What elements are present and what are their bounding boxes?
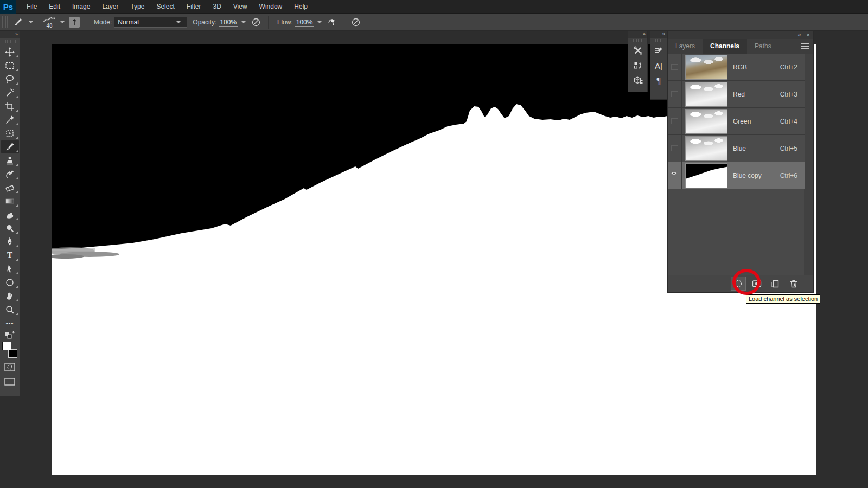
eyedropper-tool[interactable]	[1, 113, 19, 126]
pressure-opacity-icon	[251, 17, 262, 28]
collapse-panel-icon[interactable]: «	[797, 31, 801, 38]
eye-empty-well	[671, 64, 678, 70]
menu-layer[interactable]: Layer	[96, 0, 124, 14]
eye-empty-well	[671, 145, 678, 151]
visibility-toggle[interactable]	[668, 135, 682, 162]
brush-tool[interactable]	[1, 140, 19, 153]
toggle-brush-panel-button[interactable]	[69, 17, 80, 28]
menu-help[interactable]: Help	[288, 0, 314, 14]
visibility-toggle[interactable]	[668, 54, 682, 80]
channel-row-green[interactable]: GreenCtrl+4	[668, 108, 805, 135]
healing-brush-tool[interactable]	[1, 126, 19, 140]
dock-expand-button[interactable]: »	[650, 31, 667, 38]
channel-row-blue-copy[interactable]: Blue copyCtrl+6	[668, 162, 805, 189]
eraser-tool[interactable]	[1, 181, 19, 194]
tool-presets-panel-button[interactable]	[630, 43, 646, 58]
lasso-tool[interactable]	[1, 72, 19, 86]
hand-tool[interactable]	[1, 289, 19, 303]
menu-type[interactable]: Type	[124, 0, 150, 14]
visibility-toggle[interactable]	[668, 108, 682, 134]
flow-value[interactable]: 100%	[295, 18, 314, 27]
airbrush-button[interactable]	[326, 16, 339, 29]
clone-stamp-tool[interactable]	[1, 153, 19, 167]
channel-thumbnail	[685, 82, 727, 107]
eye-empty-well	[671, 118, 678, 124]
dock-expand-button[interactable]: »	[628, 31, 647, 38]
path-selection-tool[interactable]	[1, 262, 19, 275]
collapsed-panel-dock-1: »	[628, 30, 648, 92]
screen-mode-button[interactable]	[1, 375, 19, 388]
channel-thumbnail	[685, 55, 727, 80]
separator	[344, 16, 344, 29]
smudge-tool[interactable]	[1, 208, 19, 221]
tab-layers[interactable]: Layers	[668, 39, 703, 54]
pen-tool[interactable]	[1, 235, 19, 248]
channel-row-red[interactable]: RedCtrl+3	[668, 81, 805, 108]
photoshop-window: Ps FileEditImageLayerTypeSelectFilter3DV…	[0, 0, 868, 488]
opacity-value[interactable]: 100%	[219, 18, 238, 27]
airbrush-icon	[327, 17, 339, 28]
save-mask-button[interactable]	[749, 277, 764, 291]
menu-edit[interactable]: Edit	[43, 0, 66, 14]
opacity-pressure-button[interactable]	[250, 16, 263, 29]
tools-collapse-button[interactable]: »	[0, 31, 20, 38]
menu-filter[interactable]: Filter	[181, 0, 207, 14]
menu-3d[interactable]: 3D	[207, 0, 227, 14]
load-selection-button[interactable]	[731, 277, 746, 291]
type-tool[interactable]: T	[1, 248, 19, 262]
close-panel-icon[interactable]: ×	[807, 31, 810, 38]
menu-select[interactable]: Select	[150, 0, 180, 14]
channel-thumbnail	[685, 109, 727, 134]
channel-thumbnail	[685, 163, 727, 188]
background-color-chip[interactable]	[8, 349, 17, 358]
character-panel-button[interactable]: A|	[651, 58, 666, 73]
tool-preset-picker[interactable]	[11, 16, 24, 29]
foreground-background-colors[interactable]	[2, 342, 18, 358]
channel-shortcut: Ctrl+3	[780, 91, 797, 98]
ellipse-tool[interactable]	[1, 275, 19, 289]
brush-settings-panel-button[interactable]	[651, 43, 666, 58]
marquee-tool[interactable]	[1, 59, 19, 72]
channel-shortcut: Ctrl+2	[780, 63, 797, 71]
channel-thumbnail	[685, 136, 727, 161]
delete-button[interactable]	[786, 277, 801, 291]
paragraph-panel-button[interactable]: ¶	[651, 73, 666, 88]
tool-preset-caret[interactable]	[29, 21, 33, 23]
menu-image[interactable]: Image	[66, 0, 96, 14]
history-panel-button[interactable]	[630, 58, 646, 73]
zoom-tool[interactable]	[1, 303, 19, 316]
panel-menu-icon[interactable]	[801, 43, 809, 49]
opacity-caret[interactable]	[241, 21, 246, 23]
channel-row-rgb[interactable]: RGBCtrl+2	[668, 54, 805, 81]
channel-shortcut: Ctrl+6	[780, 172, 797, 179]
channels-list: RGBCtrl+2RedCtrl+3GreenCtrl+4BlueCtrl+5B…	[668, 54, 813, 275]
menu-view[interactable]: View	[227, 0, 253, 14]
menu-window[interactable]: Window	[253, 0, 289, 14]
dodge-tool[interactable]	[1, 221, 19, 235]
brush-preset-caret[interactable]	[60, 21, 65, 23]
foreground-color-chip[interactable]	[2, 342, 11, 350]
3d-panel-button[interactable]	[630, 73, 646, 88]
blend-mode-select[interactable]: Normal	[114, 17, 187, 28]
channel-row-blue[interactable]: BlueCtrl+5	[668, 135, 805, 162]
tab-channels[interactable]: Channels	[703, 39, 747, 54]
tab-paths[interactable]: Paths	[747, 39, 779, 54]
visibility-toggle[interactable]	[668, 81, 682, 107]
tools-panel: » T•••	[0, 31, 20, 396]
smoothing-pressure-button[interactable]	[349, 16, 362, 29]
visibility-toggle[interactable]	[668, 162, 682, 189]
quick-mask-button[interactable]	[1, 360, 19, 374]
brush-preset-picker[interactable]: 48	[41, 16, 58, 28]
photoshop-logo: Ps	[0, 0, 16, 14]
crop-tool[interactable]	[1, 99, 19, 113]
move-tool[interactable]	[1, 45, 19, 59]
history-brush-tool[interactable]	[1, 167, 19, 181]
more-tool[interactable]: •••	[1, 316, 19, 330]
swap-colors-button[interactable]	[1, 330, 19, 341]
gradient-tool[interactable]	[1, 194, 19, 208]
new-channel-button[interactable]	[768, 277, 783, 291]
channel-name: Red	[733, 91, 780, 98]
quick-selection-tool[interactable]	[1, 86, 19, 99]
flow-caret[interactable]	[317, 21, 322, 23]
menu-file[interactable]: File	[21, 0, 43, 14]
